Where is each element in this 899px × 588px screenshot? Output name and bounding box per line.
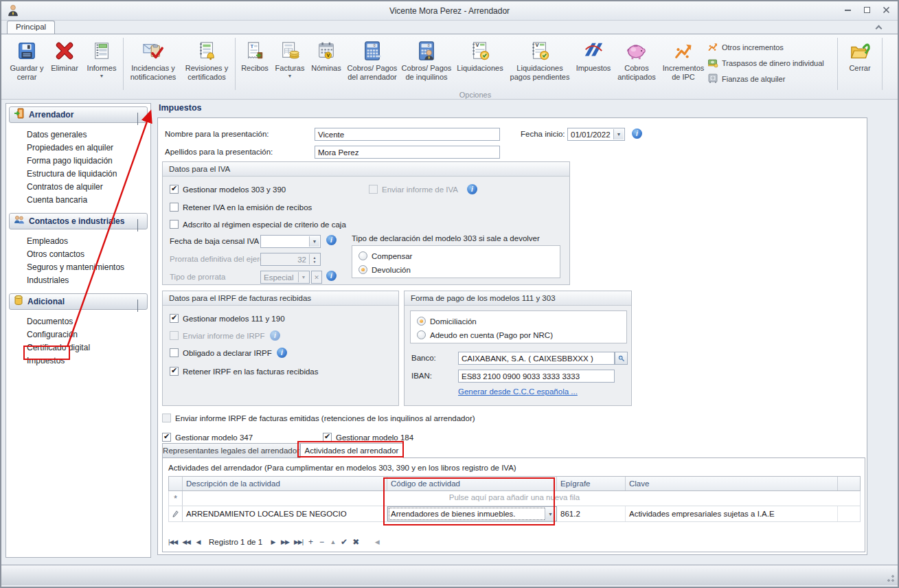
cell-codigo-combo[interactable]: Arrendadores de bienes inmuebles. ▼ (387, 506, 557, 521)
revisions-certificates-button[interactable]: Revisiones y certificados (181, 36, 233, 90)
tab-principal[interactable]: Principal (7, 21, 55, 34)
nav-next-page-button[interactable]: ▶▶ (280, 536, 291, 547)
payroll-button[interactable]: V Nóminas (308, 36, 345, 90)
taxes-button[interactable]: Impuestos (573, 36, 614, 90)
sidebar-item-forma-pago[interactable]: Forma pago liquidación (27, 156, 113, 166)
new-row-placeholder[interactable]: Pulse aquí para añadir una nueva fila (169, 493, 860, 501)
apellidos-input[interactable]: Mora Perez (315, 146, 500, 159)
cell-descripcion[interactable]: ARRENDAMIENTO LOCALES DE NEGOCIO (183, 506, 387, 521)
sidebar-item-cuenta-bancaria[interactable]: Cuenta bancaria (27, 195, 87, 205)
minimize-button[interactable] (843, 5, 852, 14)
info-icon[interactable]: i (277, 348, 287, 358)
sidebar-item-datos-generales[interactable]: Datos generales (27, 130, 87, 139)
grid-header-codigo[interactable]: Código de actividad (387, 477, 557, 490)
nav-cancel-button[interactable]: ✖ (351, 536, 361, 547)
rental-deposits-button[interactable]: Fianzas de alquiler (707, 73, 835, 85)
fecha-inicio-combo[interactable]: 01/01/2022 ▼ (567, 128, 625, 141)
grid-new-row[interactable]: * Pulse aquí para añadir una nueva fila (168, 491, 861, 506)
scroll-left-arrow[interactable]: ◀ (372, 536, 381, 547)
nav-prev-button[interactable]: ◀ (194, 536, 203, 547)
sidebar-item-documentos[interactable]: Documentos (27, 317, 73, 326)
nombre-input[interactable]: Vicente (315, 128, 500, 141)
domiciliacion-radio[interactable] (417, 317, 426, 326)
sidebar-item-seguros[interactable]: Seguros y mantenimientos (27, 262, 124, 272)
invoices-button[interactable]: Facturas ▼ (272, 36, 308, 90)
modelo-347-checkbox[interactable]: ✔ (162, 433, 171, 442)
close-form-button[interactable]: Cerrar (840, 36, 880, 90)
info-icon[interactable]: i (326, 235, 337, 245)
individual-money-transfer-button[interactable]: Traspasos de dinero individual (707, 57, 835, 69)
settlements-button[interactable]: V Liquidaciones (453, 36, 507, 90)
cell-epigrafe[interactable]: 861.2 (557, 506, 626, 521)
gestionar-303-390-checkbox[interactable]: ✔ (170, 185, 179, 194)
sidebar-section-adicional[interactable]: Adicional (9, 293, 148, 310)
pending-settlements-button[interactable]: V Liquidaciones pagos pendientes (507, 36, 573, 90)
other-increases-button[interactable]: Otros incrementos (707, 41, 835, 54)
adeudo-radio[interactable] (417, 330, 426, 339)
nav-first-button[interactable]: |◀◀ (167, 536, 179, 547)
adscrito-caja-checkbox[interactable] (170, 220, 179, 229)
grid-header-clave[interactable]: Clave (626, 477, 838, 490)
info-icon[interactable]: i (270, 330, 280, 341)
devolucion-radio[interactable] (359, 265, 367, 274)
sidebar-item-otros-contactos[interactable]: Otros contactos (27, 249, 84, 259)
grid-data-row[interactable]: ARRENDAMIENTO LOCALES DE NEGOCIO Arrenda… (168, 506, 861, 522)
receipts-button[interactable]: T Recibos (238, 36, 272, 90)
grid-header-descripcion[interactable]: Descripción de la actividad (183, 477, 387, 490)
close-window-button[interactable] (881, 5, 891, 14)
info-icon[interactable]: i (326, 271, 337, 281)
resize-grip[interactable] (885, 573, 895, 583)
sidebar-item-impuestos[interactable]: Impuestos (27, 356, 65, 365)
banco-input[interactable]: CAIXABANK, S.A. ( CAIXESBBXXX ) (458, 352, 615, 365)
obligado-irpf-checkbox[interactable] (170, 348, 179, 357)
nav-ok-button[interactable]: ✔ (339, 536, 349, 547)
sidebar-item-empleados[interactable]: Empleados (27, 236, 68, 246)
ribbon-collapse-button[interactable] (874, 25, 883, 30)
fecha-baja-combo[interactable]: ▼ (260, 235, 321, 248)
nav-next-button[interactable]: ▶ (269, 536, 277, 547)
content-panel: Nombre para la presentación: Vicente Fec… (157, 117, 867, 555)
calculator-icon: 0 (363, 39, 382, 63)
sidebar-section-contactos[interactable]: Contactos e industriales (9, 213, 148, 229)
incidents-notifications-button[interactable]: Incidencias y notificaciones (126, 36, 181, 90)
sidebar-item-configuracion[interactable]: Configuración (27, 330, 78, 339)
dropdown-arrow-icon[interactable]: ▼ (613, 129, 624, 139)
nav-prev-page-button[interactable]: ◀◀ (181, 536, 192, 547)
banco-search-button[interactable] (615, 352, 628, 365)
restore-button[interactable] (862, 5, 872, 14)
nav-add-button[interactable]: + (306, 536, 315, 547)
sidebar-item-certificado[interactable]: Certificado digital (27, 343, 90, 352)
compensar-radio[interactable] (359, 251, 367, 260)
grid-header-epigrafe[interactable]: Epígrafe (557, 477, 626, 490)
sidebar-item-estructura[interactable]: Estructura de liquidación (27, 169, 117, 179)
tab-actividades[interactable]: Actividades del arrendador (300, 443, 403, 458)
info-icon[interactable]: i (632, 128, 642, 139)
nav-remove-button[interactable]: − (317, 536, 326, 547)
tab-representantes[interactable]: Representantes legales del arrendador (162, 443, 300, 458)
tenant-payments-button[interactable]: 0 Cobros/ Pagos de inquilinos (400, 36, 453, 90)
informe-emitidas-checkbox[interactable] (162, 414, 171, 422)
reports-button[interactable]: Informes ▼ (82, 36, 121, 90)
cell-clave[interactable]: Actividades empresariales sujetas a I.A.… (626, 506, 838, 521)
adscrito-caja-label: Adscrito al régimen especial de criterio… (183, 220, 346, 229)
advance-collections-button[interactable]: Cobros anticipados (614, 36, 659, 90)
retener-irpf-checkbox[interactable]: ✔ (170, 367, 179, 376)
save-close-button[interactable]: Guardar y cerrar (7, 36, 47, 90)
modelo-184-checkbox[interactable]: ✔ (323, 433, 332, 442)
nav-last-button[interactable]: ▶▶| (293, 536, 304, 547)
generar-ccc-link[interactable]: Generar desde C.C.C española ... (458, 387, 578, 396)
dropdown-arrow-icon[interactable]: ▼ (309, 236, 319, 247)
sidebar-section-arrendador[interactable]: Arrendador (9, 106, 148, 123)
nav-edit-button[interactable]: ▲ (328, 536, 337, 547)
dropdown-arrow-icon[interactable]: ▼ (545, 508, 556, 520)
gestionar-111-190-checkbox[interactable]: ✔ (170, 314, 179, 323)
ipc-increases-button[interactable]: Incrementos de IPC (659, 36, 707, 90)
retener-iva-checkbox[interactable] (170, 203, 179, 212)
iban-input[interactable]: ES83 2100 0900 9033 3333 3333 (458, 370, 615, 383)
sidebar-item-contratos[interactable]: Contratos de alquiler (27, 182, 103, 192)
sidebar-item-propiedades[interactable]: Propiedades en alquiler (27, 143, 113, 152)
delete-button[interactable]: Eliminar (47, 36, 82, 90)
landlord-payments-button[interactable]: 0 Cobros/ Pagos del arrendador (345, 36, 400, 90)
sidebar-item-industriales[interactable]: Industriales (27, 275, 69, 285)
info-icon[interactable]: i (467, 184, 477, 194)
